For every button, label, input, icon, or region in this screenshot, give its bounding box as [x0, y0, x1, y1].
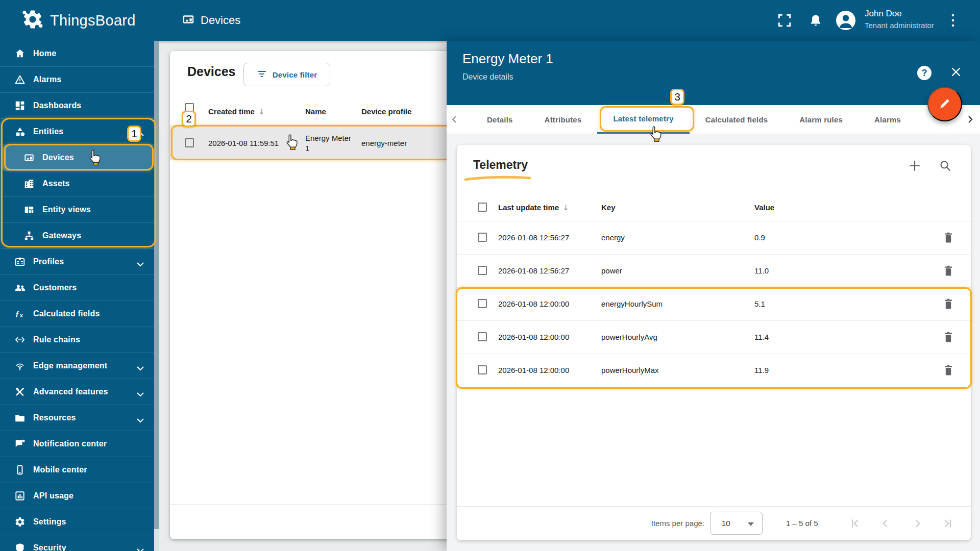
sidebar-item-calculated-fields[interactable]: ƒx Calculated fields: [0, 301, 154, 327]
column-device-profile[interactable]: Device profile: [361, 107, 411, 116]
sidebar-item-dashboards[interactable]: Dashboards: [0, 93, 154, 119]
tab-details[interactable]: Details: [471, 105, 529, 134]
tools-icon: [14, 386, 26, 397]
add-telemetry-icon[interactable]: [908, 159, 921, 174]
annotation-step-badge-1: 1: [127, 126, 141, 142]
sidebar-item-entity-views[interactable]: Entity views: [0, 197, 154, 223]
sidebar-item-alarms[interactable]: Alarms: [0, 67, 154, 93]
tab-attributes[interactable]: Attributes: [529, 105, 598, 134]
sidebar-item-devices[interactable]: Devices: [2, 145, 152, 171]
next-page-icon[interactable]: [912, 517, 924, 532]
fullscreen-icon[interactable]: [777, 0, 792, 41]
top-app-bar: ThingsBoard Devices: [0, 0, 980, 41]
tabs-scroll-right-icon[interactable]: [967, 115, 973, 126]
sidebar-item-label: Gateways: [42, 231, 81, 240]
device-details-title: Energy Meter 1: [462, 51, 553, 67]
sidebar-item-label: Resources: [33, 413, 76, 422]
sidebar-item-api-usage[interactable]: API usage: [0, 483, 154, 509]
sidebar-item-label: Entity views: [42, 205, 91, 214]
app-title: ThingsBoard: [50, 12, 136, 29]
search-icon[interactable]: [939, 159, 952, 174]
sidebar-item-assets[interactable]: Assets: [0, 171, 154, 197]
telemetry-key: powerHourlyMax: [601, 366, 659, 374]
thingsboard-logo[interactable]: ThingsBoard: [21, 0, 136, 41]
sidebar-item-label: Home: [33, 49, 56, 58]
tab-calculated-fields[interactable]: Calculated fields: [690, 105, 784, 134]
sidebar-item-settings[interactable]: Settings: [0, 509, 154, 535]
telemetry-row[interactable]: 2026-01-08 12:00:00 energyHourlySum 5.1: [457, 288, 971, 321]
close-icon[interactable]: [949, 65, 963, 79]
row-checkbox[interactable]: [478, 365, 487, 374]
row-checkbox[interactable]: [478, 266, 487, 275]
delete-trash-icon[interactable]: [943, 265, 953, 279]
delete-trash-icon[interactable]: [943, 232, 953, 245]
filter-icon: [257, 70, 267, 80]
api-usage-chart-icon: [14, 490, 26, 502]
telemetry-value: 11.4: [754, 333, 769, 341]
telemetry-row[interactable]: 2026-01-08 12:56:27 power 11.0: [457, 255, 971, 288]
breadcrumb[interactable]: Devices: [182, 0, 240, 41]
device-filter-label: Device filter: [273, 70, 317, 79]
pagination-range: 1 – 5 of 5: [786, 519, 818, 528]
delete-trash-icon[interactable]: [943, 331, 953, 345]
help-icon[interactable]: ?: [917, 66, 932, 80]
telemetry-card: Telemetry Last update time↓ Key Value 20…: [457, 145, 971, 540]
column-name[interactable]: Name: [305, 107, 326, 116]
row-checkbox[interactable]: [478, 332, 487, 341]
sidebar-item-edge-management[interactable]: Edge management: [0, 353, 154, 379]
column-key[interactable]: Key: [601, 203, 616, 212]
sidebar-item-label: API usage: [33, 491, 74, 500]
column-last-update-time[interactable]: Last update time↓: [498, 203, 569, 212]
column-created-time[interactable]: Created time↓: [208, 107, 264, 116]
svg-text:ƒ: ƒ: [15, 310, 19, 318]
delete-trash-icon[interactable]: [943, 364, 953, 378]
sidebar-item-home[interactable]: Home: [0, 41, 154, 67]
telemetry-section-title: Telemetry: [473, 158, 528, 172]
user-avatar[interactable]: [836, 11, 855, 30]
dashboards-icon: [14, 100, 26, 111]
last-page-icon[interactable]: [942, 517, 954, 532]
tab-alarm-rules[interactable]: Alarm rules: [783, 105, 859, 134]
notifications-bell-icon[interactable]: [808, 0, 823, 41]
sidebar-scrollbar-track[interactable]: [154, 41, 159, 551]
edge-management-icon: [14, 360, 26, 371]
edit-fab-button[interactable]: [927, 87, 962, 121]
telemetry-row[interactable]: 2026-01-08 12:56:27 energy 0.9: [457, 221, 971, 255]
more-options-kebab-icon[interactable]: [950, 0, 955, 41]
row-checkbox[interactable]: [478, 233, 487, 242]
select-all-checkbox[interactable]: [478, 203, 487, 212]
column-value[interactable]: Value: [754, 203, 774, 212]
previous-page-icon[interactable]: [879, 517, 891, 532]
sidebar-item-rule-chains[interactable]: Rule chains: [0, 327, 154, 353]
sort-desc-icon: ↓: [562, 203, 569, 212]
customers-people-icon: [14, 282, 26, 293]
sidebar-item-label: Profiles: [33, 257, 64, 266]
telemetry-key: energyHourlySum: [601, 299, 663, 308]
row-checkbox[interactable]: [185, 138, 194, 147]
sidebar-item-advanced-features[interactable]: Advanced features: [0, 379, 154, 405]
device-filter-button[interactable]: Device filter: [243, 63, 330, 86]
sidebar-item-mobile-center[interactable]: Mobile center: [0, 457, 154, 483]
chevron-down-icon: [137, 546, 144, 551]
sidebar-item-security[interactable]: Security: [0, 535, 154, 551]
pencil-icon: [938, 96, 952, 112]
sidebar-item-resources[interactable]: Resources: [0, 405, 154, 431]
user-info[interactable]: John Doe Tenant administrator: [865, 8, 934, 31]
sidebar-item-customers[interactable]: Customers: [0, 275, 154, 301]
page-size-select[interactable]: 10: [710, 512, 763, 535]
sidebar-item-label: Dashboards: [33, 101, 81, 110]
sidebar-item-label: Mobile center: [33, 465, 87, 474]
sidebar-item-profiles[interactable]: Profiles: [0, 249, 154, 275]
first-page-icon[interactable]: [849, 517, 861, 532]
sidebar-item-gateways[interactable]: Gateways: [0, 223, 154, 249]
tab-latest-telemetry[interactable]: Latest telemetry: [597, 105, 689, 134]
sidebar-item-notification-center[interactable]: Notification center: [0, 431, 154, 457]
row-checkbox[interactable]: [478, 299, 487, 308]
telemetry-row[interactable]: 2026-01-08 12:00:00 powerHourlyMax 11.9: [457, 354, 971, 387]
delete-trash-icon[interactable]: [943, 298, 953, 312]
tabs-scroll-left-icon[interactable]: [451, 115, 457, 126]
profiles-badge-icon: [14, 256, 26, 267]
telemetry-row[interactable]: 2026-01-08 12:00:00 powerHourlyAvg 11.4: [457, 321, 971, 354]
tab-alarms[interactable]: Alarms: [859, 105, 917, 134]
sidebar-scrollbar-thumb[interactable]: [154, 41, 159, 529]
